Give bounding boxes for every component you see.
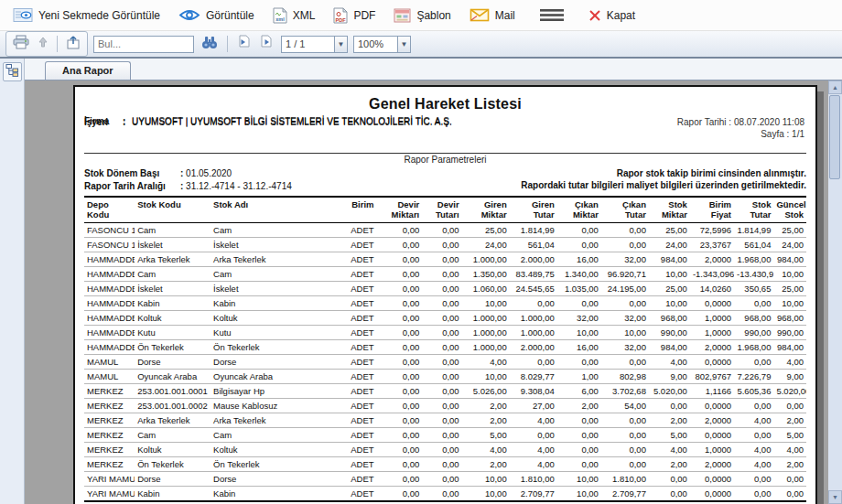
xml-button[interactable]: xml XML bbox=[265, 4, 323, 27]
table-cell: 1,0000 bbox=[690, 311, 734, 326]
table-cell: 0,00 bbox=[377, 282, 423, 296]
table-cell: ADET bbox=[340, 355, 376, 370]
table-cell: 1.060,00 bbox=[462, 282, 510, 296]
table-cell: Arka Tekerlek bbox=[210, 252, 340, 267]
table-cell: 253.001.001.0001 bbox=[135, 384, 210, 399]
table-cell: 10,00 bbox=[462, 296, 510, 311]
new-tab-view-icon bbox=[13, 7, 33, 23]
table-cell: MERKEZ bbox=[84, 457, 135, 472]
vertical-scrollbar[interactable]: ▲ ▼ bbox=[828, 80, 842, 504]
report-table-body: FASONCU 1CamCamADET0,000,0025,001.814,99… bbox=[84, 223, 806, 504]
table-cell: ADET bbox=[340, 472, 376, 487]
table-cell: 5.020,00 bbox=[773, 384, 806, 399]
table-cell: 0,00 bbox=[377, 457, 423, 472]
close-button[interactable]: Kapat bbox=[581, 5, 642, 26]
table-cell: Ön Tekerlek bbox=[135, 457, 210, 472]
report-header: Firma:UYUMSOFT | UYUMSOFT BİLGİ SİSTEMLE… bbox=[84, 116, 806, 151]
table-row: FASONCU 1İskeletİskeletADET0,000,0024,00… bbox=[84, 238, 806, 252]
table-cell: 2,00 bbox=[649, 413, 690, 428]
zoom-input[interactable] bbox=[353, 36, 397, 53]
next-page-button[interactable] bbox=[258, 34, 275, 54]
table-cell: Kutu bbox=[210, 326, 340, 340]
table-cell: 2.000,00 bbox=[510, 340, 557, 355]
table-cell: MAMUL bbox=[84, 370, 135, 384]
view-button[interactable]: Görüntüle bbox=[171, 5, 262, 26]
table-cell: 16,00 bbox=[557, 252, 601, 267]
table-cell: 4,00 bbox=[649, 443, 690, 457]
menu-button[interactable] bbox=[532, 5, 572, 26]
document-map-toggle-button[interactable] bbox=[3, 62, 22, 81]
table-row: MERKEZKoltukKoltukADET0,000,004,004,000,… bbox=[84, 443, 806, 457]
scroll-up-button[interactable]: ▲ bbox=[828, 80, 842, 94]
open-in-new-tab-button[interactable]: Yeni Sekmede Görüntüle bbox=[5, 4, 167, 27]
page-dropdown-button[interactable]: ▼ bbox=[334, 36, 348, 53]
table-cell: 7.226,79 bbox=[734, 370, 773, 384]
table-cell: FASONCU 1 bbox=[84, 223, 135, 238]
table-cell: ADET bbox=[340, 326, 376, 340]
table-row: HAMMADDEKabinKabinADET0,000,0010,000,000… bbox=[84, 296, 806, 311]
column-header: Stok Adı bbox=[210, 197, 340, 223]
mail-button[interactable]: Mail bbox=[462, 5, 523, 26]
table-cell: Oyuncak Araba bbox=[135, 370, 210, 384]
tab-ana-rapor[interactable]: Ana Rapor bbox=[45, 61, 131, 80]
scrollbar-thumb[interactable] bbox=[829, 95, 840, 179]
table-row: YARI MAMULDorseDorseADET0,000,0010,001.8… bbox=[84, 472, 806, 487]
table-row: MAMULOyuncak ArabaOyuncak ArabaADET0,000… bbox=[84, 370, 806, 384]
table-cell: ADET bbox=[340, 282, 376, 296]
pdf-button[interactable]: PDF PDF bbox=[326, 4, 383, 27]
column-header: Güncel Stok bbox=[773, 197, 806, 223]
table-row: FASONCU 1CamCamADET0,000,0025,001.814,99… bbox=[84, 223, 806, 238]
print-button[interactable] bbox=[11, 34, 31, 54]
toolbar-separator bbox=[227, 36, 228, 52]
page-number-input[interactable] bbox=[281, 36, 334, 53]
find-button[interactable] bbox=[200, 35, 220, 54]
table-cell: Ön Tekerlek bbox=[210, 457, 340, 472]
export-button[interactable] bbox=[64, 35, 82, 54]
pdf-document-icon: PDF bbox=[333, 7, 348, 24]
table-cell: 802,9767 bbox=[690, 370, 734, 384]
table-row: HAMMADDEİskeletİskeletADET0,000,001.060,… bbox=[84, 282, 806, 296]
search-input[interactable] bbox=[93, 36, 194, 53]
table-cell: 0,00 bbox=[734, 428, 773, 443]
column-header: Birim bbox=[340, 197, 376, 223]
table-cell: 0,00 bbox=[377, 487, 423, 502]
table-cell: İskelet bbox=[135, 238, 210, 252]
table-cell: 1.000,00 bbox=[510, 311, 557, 326]
table-cell: HAMMADDE bbox=[84, 267, 135, 282]
table-cell: 4,00 bbox=[462, 355, 510, 370]
table-cell: 2.709,77 bbox=[601, 487, 649, 502]
scroll-down-button[interactable]: ▼ bbox=[828, 490, 842, 504]
table-row: HAMMADDEKutuKutuADET0,000,001.000,001.00… bbox=[84, 326, 806, 340]
column-header: Giren Tutar bbox=[510, 197, 557, 223]
isyeri-label: İşyeri bbox=[84, 117, 123, 128]
table-cell: 24.545,65 bbox=[510, 282, 557, 296]
table-cell: 10,00 bbox=[649, 267, 690, 282]
table-cell: ADET bbox=[340, 399, 376, 413]
prev-page-button[interactable] bbox=[235, 34, 253, 54]
table-cell: 0,00 bbox=[377, 443, 423, 457]
table-cell: 0,00 bbox=[649, 472, 690, 487]
table-cell: 0,00 bbox=[734, 399, 773, 413]
table-cell: 0,00 bbox=[377, 413, 423, 428]
table-cell: 1.968,00 bbox=[734, 340, 773, 355]
table-cell: 0,00 bbox=[377, 296, 423, 311]
table-row: HAMMADDEÖn TekerlekÖn TekerlekADET0,000,… bbox=[84, 340, 806, 355]
table-cell: 4,00 bbox=[734, 443, 773, 457]
template-button[interactable]: Şablon bbox=[386, 5, 458, 27]
table-cell: 9,00 bbox=[773, 370, 806, 384]
table-cell: 25,00 bbox=[462, 223, 510, 238]
table-cell: İskelet bbox=[210, 238, 340, 252]
table-cell: 0,00 bbox=[422, 487, 461, 502]
table-cell: 0,00 bbox=[422, 370, 461, 384]
zoom-dropdown-button[interactable]: ▼ bbox=[397, 36, 411, 53]
table-cell: 0,00 bbox=[377, 384, 423, 399]
binoculars-icon bbox=[201, 36, 218, 53]
table-cell: MERKEZ bbox=[84, 413, 135, 428]
table-cell: 1.035,00 bbox=[557, 282, 601, 296]
table-cell: 0,00 bbox=[422, 399, 461, 413]
chevron-down-icon: ▼ bbox=[401, 40, 408, 48]
table-cell: 0,00 bbox=[649, 399, 690, 413]
collapse-button[interactable] bbox=[36, 35, 50, 53]
table-cell: 32,00 bbox=[601, 252, 649, 267]
table-cell: Koltuk bbox=[210, 443, 340, 457]
